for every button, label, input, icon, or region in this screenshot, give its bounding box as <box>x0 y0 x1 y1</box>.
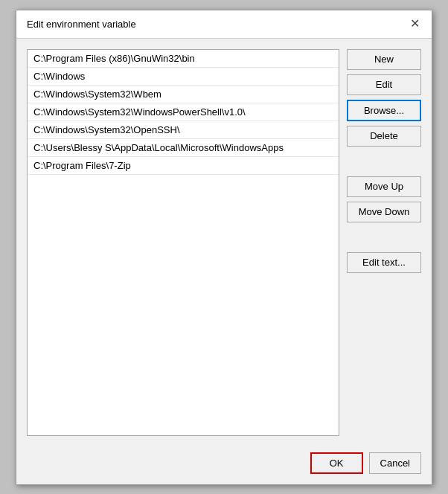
action-buttons: New Edit Browse... Delete Move Up Move D… <box>347 49 421 436</box>
cancel-button[interactable]: Cancel <box>369 452 421 474</box>
ok-button[interactable]: OK <box>310 452 363 474</box>
list-item[interactable]: C:\Users\Blessy S\AppData\Local\Microsof… <box>28 139 339 157</box>
list-item[interactable]: C:\Program Files (x86)\GnuWin32\bin <box>28 50 339 68</box>
list-item[interactable]: C:\Program Files\7-Zip <box>28 157 339 175</box>
delete-button[interactable]: Delete <box>347 126 421 147</box>
title-bar: Edit environment variable ✕ <box>16 10 432 39</box>
dialog-title: Edit environment variable <box>27 19 136 30</box>
close-button[interactable]: ✕ <box>409 18 421 30</box>
dialog-footer: OK Cancel <box>16 446 432 484</box>
list-item[interactable]: C:\Windows\System32\WindowsPowerShell\v1… <box>28 103 339 121</box>
browse-button[interactable]: Browse... <box>347 100 421 121</box>
edit-button[interactable]: Edit <box>347 74 421 95</box>
env-var-list[interactable]: C:\Program Files (x86)\GnuWin32\binC:\Wi… <box>27 49 339 436</box>
move-up-button[interactable]: Move Up <box>347 176 421 197</box>
dialog-body: C:\Program Files (x86)\GnuWin32\binC:\Wi… <box>16 39 432 446</box>
list-item[interactable]: C:\Windows <box>28 68 339 86</box>
move-down-button[interactable]: Move Down <box>347 202 421 222</box>
edit-text-button[interactable]: Edit text... <box>347 252 421 273</box>
new-button[interactable]: New <box>347 49 421 70</box>
edit-env-var-dialog: Edit environment variable ✕ C:\Program F… <box>16 10 432 485</box>
list-item[interactable]: C:\Windows\System32\OpenSSH\ <box>28 121 339 139</box>
list-item[interactable]: C:\Windows\System32\Wbem <box>28 86 339 103</box>
